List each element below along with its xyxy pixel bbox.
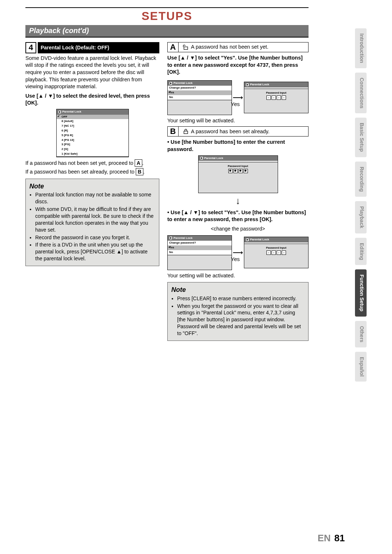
level-option: 8 [Adult]	[57, 119, 128, 124]
pw-cell: ✱	[238, 169, 243, 173]
level-option: 6 [R]	[57, 129, 128, 133]
pw-cell: –	[277, 95, 281, 100]
case-b-header: B A password has been set already.	[167, 126, 309, 137]
osd-title: Parental Lock	[62, 110, 81, 114]
footer-page: 81	[334, 533, 345, 543]
change-password-caption: <change the password>	[167, 225, 309, 232]
footer-lang: EN	[318, 533, 331, 543]
yes-label: Yes	[231, 101, 240, 108]
note-item: Press [CLEAR] to erase numbers entered i…	[177, 295, 305, 302]
case-a-screens: Parental Lock Change password? Yes No ⟶ …	[167, 78, 309, 117]
level-option: OFF	[57, 115, 128, 119]
pw-cell: –	[282, 250, 286, 255]
pw-cell: ✱	[228, 169, 233, 173]
note-item: Record the password in case you forget i…	[35, 234, 155, 241]
dvd-icon	[246, 238, 249, 241]
pw-cell: ✱	[244, 169, 248, 173]
side-tab[interactable]: Editing	[355, 238, 367, 265]
box-a: A	[135, 159, 142, 167]
note-item: If there is a DVD in the unit when you s…	[35, 241, 155, 262]
case-a-header: A A password has not been set yet.	[167, 42, 309, 52]
side-tab[interactable]: Introduction	[355, 28, 367, 68]
case-b-box: B	[168, 127, 179, 136]
case-b-desc: A password has been set already.	[191, 128, 270, 135]
case-b-instruction-1: • Use [the Number buttons] to enter the …	[167, 139, 309, 153]
pw-cell: –	[266, 95, 271, 100]
page-footer: EN81	[318, 533, 345, 544]
pw-cell: –	[271, 250, 276, 255]
arrow-down-icon: ↓	[167, 195, 309, 207]
case-a-box: A	[168, 42, 179, 52]
level-option: 5 [PG R]	[57, 133, 128, 138]
yes-label: Yes	[231, 256, 240, 263]
osd-enter-current-pw: Parental Lock Password Input ✱✱✱✱	[198, 155, 278, 194]
chapter-title: SETUPS	[25, 9, 309, 23]
unlocked-icon	[182, 45, 189, 50]
svg-rect-2	[184, 47, 188, 49]
level-option: 7 [NC 17]	[57, 124, 128, 129]
branch-a-text: If a password has not been set yet, proc…	[25, 159, 159, 167]
left-column: 4 Parental Lock (Default: OFF) Some DVD-…	[25, 42, 159, 341]
dvd-icon	[169, 236, 172, 240]
case-b-instruction-2: • Use [▲ / ▼] to select "Yes". Use [the …	[167, 209, 309, 223]
case-b-after: Your setting will be activated.	[167, 272, 309, 280]
step-intro: Some DVD-video feature a parental lock l…	[25, 55, 159, 90]
side-tab[interactable]: Basic Setup	[355, 118, 367, 157]
pw-cell: –	[282, 95, 286, 100]
note-box-1: Note Parental lock function may not be a…	[25, 179, 159, 266]
step-number: 4	[25, 42, 36, 53]
dvd-icon	[200, 156, 203, 160]
dvd-icon	[169, 82, 172, 85]
osd-change-pw-b: Parental Lock Change password? Yes No	[167, 235, 232, 270]
step-instruction: Use [▲ / ▼] to select the desired level,…	[25, 93, 159, 107]
pw-cell: ✱	[233, 169, 238, 173]
osd-change-pw-a: Parental Lock Change password? Yes No	[167, 80, 232, 115]
pw-cell: –	[266, 250, 271, 255]
note-item: With some DVD, it may be difficult to fi…	[35, 206, 155, 233]
level-option: 4 [PG 13]	[57, 138, 128, 143]
osd-pw-input-a: Parental Lock Password Input ––––	[244, 82, 309, 113]
level-option: 1 [Kid Safe]	[57, 152, 128, 156]
dvd-icon	[246, 83, 249, 86]
pw-cell: –	[271, 95, 276, 100]
level-option: 3 [PG]	[57, 142, 128, 147]
osd-level-select: Parental Lock OFF8 [Adult]7 [NC 17]6 [R]…	[56, 109, 129, 157]
side-tab[interactable]: Español	[355, 352, 367, 382]
case-b-screens: Parental Lock Change password? Yes No ⟶ …	[167, 233, 309, 272]
pw-cell: –	[277, 250, 281, 255]
side-tab[interactable]: Function Setup	[355, 269, 367, 317]
step-title: Parental Lock (Default: OFF)	[38, 42, 159, 53]
note-box-2: Note Press [CLEAR] to erase numbers ente…	[167, 282, 309, 341]
dvd-icon	[58, 110, 61, 114]
level-option: 2 [G]	[57, 147, 128, 152]
case-a-after: Your setting will be activated.	[167, 117, 309, 125]
step-4-header: 4 Parental Lock (Default: OFF)	[25, 42, 159, 53]
note-item: When you forget the password or you want…	[177, 303, 305, 337]
side-tab[interactable]: Others	[355, 321, 367, 347]
case-a-instruction: Use [▲ / ▼] to select "Yes". Use [the Nu…	[167, 54, 309, 76]
side-tab[interactable]: Playback	[355, 201, 367, 233]
branch-b-text: If a password has been set already, proc…	[25, 168, 159, 176]
box-b: B	[136, 168, 143, 175]
side-tab[interactable]: Recording	[355, 162, 367, 197]
side-tabs: IntroductionConnectionsBasic SetupRecord…	[355, 28, 367, 382]
svg-rect-7	[184, 131, 188, 134]
osd-pw-input-b: Parental Lock Password Input ––––	[244, 237, 309, 268]
note-title: Note	[29, 182, 155, 191]
note-title: Note	[171, 285, 305, 294]
right-column: A A password has not been set yet. Use […	[167, 42, 309, 341]
side-tab[interactable]: Connections	[355, 73, 367, 114]
locked-icon	[182, 129, 189, 134]
section-heading: Playback (cont'd)	[25, 25, 309, 38]
note-item: Parental lock function may not be availa…	[35, 191, 155, 205]
case-a-desc: A password has not been set yet.	[191, 44, 269, 51]
